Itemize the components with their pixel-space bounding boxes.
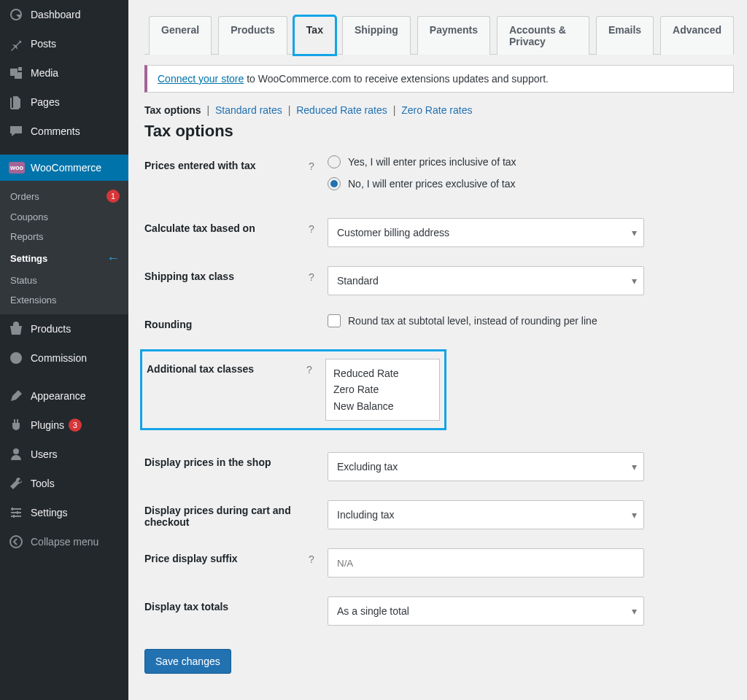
chevron-down-icon: ▾ [632, 509, 637, 521]
plugins-badge: 3 [69, 419, 82, 432]
sidebar-item-collapse[interactable]: Collapse menu [0, 527, 128, 556]
sidebar-label: WooCommerce [31, 162, 101, 174]
sidebar-label: Pages [31, 96, 60, 108]
select-value: Including tax [337, 509, 395, 521]
help-icon[interactable]: ? [309, 218, 328, 235]
sidebar-label: Comments [31, 125, 80, 137]
connect-store-link[interactable]: Connect your store [158, 73, 244, 85]
submenu-label: Orders [10, 191, 39, 202]
radio-icon [328, 155, 341, 168]
sidebar-item-products[interactable]: Products [0, 314, 128, 343]
sidebar-item-pages[interactable]: Pages [0, 88, 128, 117]
label-display-totals: Display tax totals [144, 596, 309, 612]
subnav-standard[interactable]: Standard rates [215, 104, 282, 116]
label-additional-classes: Additional tax classes [142, 359, 306, 421]
sidebar-item-appearance[interactable]: Appearance [0, 381, 128, 411]
row-calc-based: Calculate tax based on ? Customer billin… [144, 218, 734, 247]
row-shipping-class: Shipping tax class ? Standard ▾ [144, 266, 734, 295]
sidebar-item-dashboard[interactable]: Dashboard [0, 0, 128, 29]
help-icon[interactable]: ? [309, 548, 328, 565]
appearance-icon [9, 389, 23, 403]
radio-label: No, I will enter prices exclusive of tax [348, 178, 516, 190]
submenu-orders[interactable]: Orders 1 [0, 185, 128, 207]
pages-icon [9, 95, 23, 109]
sidebar-item-plugins[interactable]: Plugins 3 [0, 411, 128, 440]
chevron-down-icon: ▾ [632, 227, 637, 238]
users-icon [9, 447, 23, 462]
sidebar-item-media[interactable]: Media [0, 58, 128, 88]
subnav-reduced[interactable]: Reduced Rate rates [296, 104, 387, 116]
submenu-settings[interactable]: Settings ← [0, 246, 128, 271]
chevron-down-icon: ▾ [632, 275, 637, 287]
sidebar-item-woocommerce[interactable]: woo WooCommerce [0, 155, 128, 181]
tab-products[interactable]: Products [218, 16, 287, 55]
submenu-extensions[interactable]: Extensions [0, 290, 128, 310]
help-icon[interactable]: ? [309, 155, 328, 172]
media-icon [9, 66, 23, 80]
row-additional-classes: Additional tax classes ? Reduced Rate Ze… [144, 349, 734, 430]
select-value: Excluding tax [337, 461, 398, 472]
row-display-totals: Display tax totals As a single total ▾ [144, 596, 734, 626]
tab-shipping[interactable]: Shipping [342, 16, 411, 55]
sidebar-item-posts[interactable]: Posts [0, 29, 128, 58]
tools-icon [9, 476, 23, 491]
sidebar-label: Plugins [31, 419, 64, 431]
sidebar-item-users[interactable]: Users [0, 440, 128, 469]
row-prices-entered: Prices entered with tax ? Yes, I will en… [144, 155, 734, 199]
sidebar-label: Tools [31, 478, 55, 489]
rounding-checkbox[interactable] [328, 314, 341, 327]
row-display-shop: Display prices in the shop Excluding tax… [144, 452, 734, 481]
woo-icon: woo [9, 162, 25, 174]
price-suffix-input[interactable] [328, 548, 644, 578]
submenu-coupons[interactable]: Coupons [0, 207, 128, 227]
radio-inclusive[interactable]: Yes, I will enter prices inclusive of ta… [328, 155, 734, 168]
orders-badge: 1 [107, 190, 120, 203]
select-calc-based[interactable]: Customer billing address ▾ [328, 218, 644, 247]
sidebar-item-settings[interactable]: Settings [0, 498, 128, 527]
radio-exclusive[interactable]: No, I will enter prices exclusive of tax [328, 177, 734, 190]
additional-classes-textarea[interactable]: Reduced Rate Zero Rate New Balance [325, 359, 440, 421]
sidebar-label: Collapse menu [31, 536, 98, 548]
submenu-status[interactable]: Status [0, 271, 128, 290]
help-icon[interactable]: ? [306, 359, 325, 421]
plugins-icon [9, 418, 23, 432]
commission-icon [9, 351, 23, 365]
tab-payments[interactable]: Payments [417, 16, 490, 55]
tab-accounts[interactable]: Accounts & Privacy [497, 16, 589, 55]
settings-tabs: General Products Tax Shipping Payments A… [144, 16, 734, 55]
save-changes-button[interactable]: Save changes [144, 649, 231, 674]
tab-advanced[interactable]: Advanced [660, 16, 734, 55]
tab-emails[interactable]: Emails [596, 16, 654, 55]
highlight-box: Additional tax classes ? Reduced Rate Ze… [140, 349, 446, 430]
woocommerce-submenu: Orders 1 Coupons Reports Settings ← Stat… [0, 181, 128, 314]
sidebar-item-commission[interactable]: Commission [0, 343, 128, 373]
label-price-suffix: Price display suffix [144, 548, 309, 564]
comments-icon [9, 124, 23, 139]
label-display-shop: Display prices in the shop [144, 452, 309, 468]
select-display-cart[interactable]: Including tax ▾ [328, 500, 644, 529]
label-shipping-class: Shipping tax class [144, 266, 309, 282]
tab-tax[interactable]: Tax [294, 16, 336, 55]
tab-general[interactable]: General [149, 16, 212, 55]
row-rounding: Rounding Round tax at subtotal level, in… [144, 314, 734, 330]
label-calc-based: Calculate tax based on [144, 218, 309, 234]
chevron-down-icon: ▾ [632, 461, 637, 472]
subnav-current[interactable]: Tax options [144, 104, 201, 116]
rounding-text: Round tax at subtotal level, instead of … [348, 315, 597, 327]
sidebar-item-comments[interactable]: Comments [0, 117, 128, 146]
select-value: Standard [337, 275, 379, 287]
label-rounding: Rounding [144, 314, 309, 330]
help-icon[interactable]: ? [309, 266, 328, 283]
tax-subnav: Tax options | Standard rates | Reduced R… [144, 104, 734, 116]
sidebar-item-tools[interactable]: Tools [0, 469, 128, 498]
submenu-reports[interactable]: Reports [0, 227, 128, 246]
row-price-suffix: Price display suffix ? [144, 548, 734, 578]
label-prices-entered: Prices entered with tax [144, 155, 309, 171]
subnav-zero[interactable]: Zero Rate rates [401, 104, 472, 116]
dashboard-icon [9, 7, 23, 22]
select-display-shop[interactable]: Excluding tax ▾ [328, 452, 644, 481]
select-display-totals[interactable]: As a single total ▾ [328, 596, 644, 626]
radio-label: Yes, I will enter prices inclusive of ta… [348, 156, 516, 168]
sidebar-label: Products [31, 323, 71, 335]
select-shipping-class[interactable]: Standard ▾ [328, 266, 644, 295]
